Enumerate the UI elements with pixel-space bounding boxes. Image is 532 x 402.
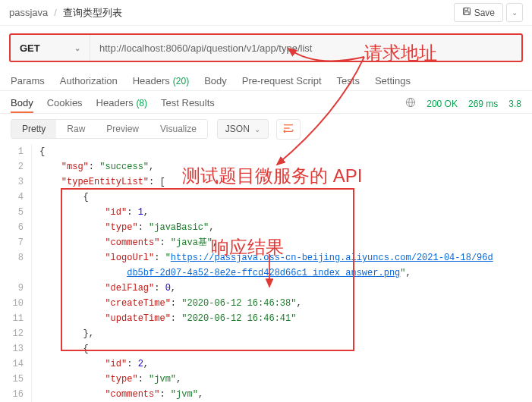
response-view-row: Pretty Raw Preview Visualize JSON ⌄: [0, 114, 532, 144]
view-visualize[interactable]: Visualize: [150, 120, 207, 138]
globe-icon[interactable]: [405, 97, 416, 110]
resp-tab-headers[interactable]: Headers (8): [96, 94, 147, 113]
tab-params[interactable]: Params: [11, 71, 45, 90]
svg-rect-2: [464, 12, 469, 15]
http-method-select[interactable]: GET ⌄: [11, 35, 90, 61]
svg-rect-1: [464, 8, 468, 11]
chevron-down-icon: ⌄: [512, 8, 518, 17]
floppy-icon: [462, 7, 471, 18]
chevron-down-icon: ⌄: [74, 44, 80, 52]
headers-count: (20): [173, 76, 189, 86]
status-size: 3.8: [508, 99, 521, 109]
breadcrumb-separator: /: [54, 7, 57, 18]
tab-authorization[interactable]: Authorization: [60, 71, 118, 90]
tab-prerequest[interactable]: Pre-request Script: [242, 71, 322, 90]
view-raw[interactable]: Raw: [56, 120, 96, 138]
tab-headers-label: Headers: [133, 75, 170, 86]
tab-headers[interactable]: Headers (20): [133, 71, 189, 90]
response-bar: Body Cookies Headers (8) Test Results 20…: [0, 91, 532, 114]
request-bar: GET ⌄ http://localhost:8060/api/question…: [9, 33, 523, 62]
chevron-down-icon: ⌄: [254, 125, 260, 133]
resp-tab-cookies[interactable]: Cookies: [47, 94, 83, 113]
view-pretty[interactable]: Pretty: [11, 120, 56, 138]
status-time: 269 ms: [468, 99, 498, 109]
resp-tab-test-results[interactable]: Test Results: [161, 94, 215, 113]
status-code: 200 OK: [427, 99, 458, 109]
wrap-lines-button[interactable]: [276, 119, 301, 140]
save-button-label: Save: [474, 8, 495, 18]
response-lang-select[interactable]: JSON ⌄: [217, 119, 269, 139]
request-url-text: http://localhost:8060/api/question/v1/ap…: [99, 42, 312, 54]
tab-settings[interactable]: Settings: [375, 71, 411, 90]
http-method-label: GET: [20, 42, 40, 54]
resp-headers-count: (8): [136, 98, 147, 108]
request-url-input[interactable]: http://localhost:8060/api/question/v1/ap…: [90, 35, 521, 61]
tab-body[interactable]: Body: [204, 71, 227, 90]
response-body-viewer[interactable]: 12345678 91011121314151617 { "msg": "suc…: [0, 144, 532, 402]
breadcrumb-request-name: 查询类型列表: [63, 6, 122, 20]
tab-tests[interactable]: Tests: [337, 71, 360, 90]
code-content: { "msg": "success", "typeEntityList": [ …: [32, 144, 532, 402]
save-dropdown-button[interactable]: ⌄: [506, 3, 523, 22]
breadcrumb: passjava / 查询类型列表 Save ⌄: [0, 0, 532, 26]
resp-tab-body[interactable]: Body: [11, 94, 33, 113]
save-button[interactable]: Save: [454, 3, 503, 22]
breadcrumb-collection[interactable]: passjava: [9, 7, 48, 18]
request-tabs: Params Authorization Headers (20) Body P…: [0, 70, 532, 91]
line-gutter: 12345678 91011121314151617: [0, 144, 32, 402]
view-preview[interactable]: Preview: [96, 120, 150, 138]
response-lang-label: JSON: [225, 124, 250, 134]
resp-tab-headers-label: Headers: [96, 97, 134, 108]
